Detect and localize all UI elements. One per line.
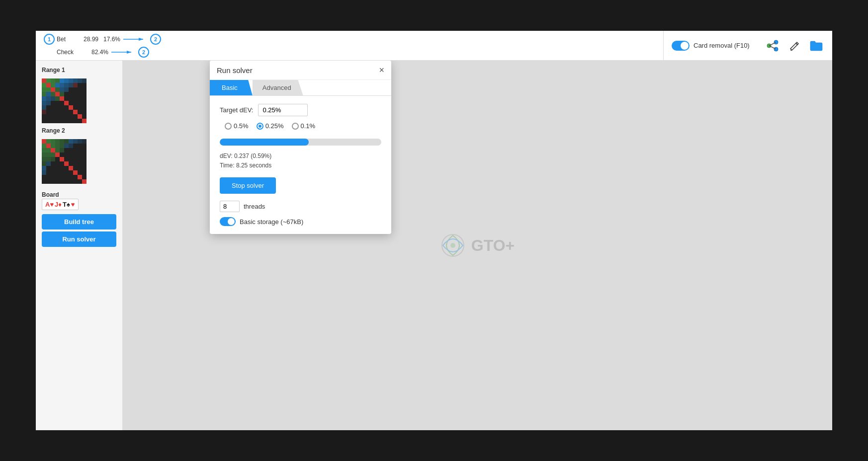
svg-rect-45 <box>60 92 64 96</box>
svg-rect-122 <box>82 144 87 148</box>
svg-rect-44 <box>55 92 60 96</box>
svg-rect-31 <box>42 87 46 92</box>
svg-rect-154 <box>51 166 55 170</box>
svg-rect-13 <box>51 78 55 83</box>
svg-rect-119 <box>69 144 73 148</box>
svg-rect-93 <box>46 119 51 123</box>
svg-rect-38 <box>73 87 78 92</box>
svg-rect-21 <box>42 83 46 87</box>
svg-rect-88 <box>64 114 69 119</box>
svg-rect-58 <box>73 96 78 101</box>
card-removal-toggle[interactable]: Card removal (F10) <box>672 41 750 51</box>
svg-rect-17 <box>69 78 73 83</box>
svg-rect-65 <box>60 101 64 105</box>
svg-rect-25 <box>60 83 64 87</box>
stop-solver-button[interactable]: Stop solver <box>220 177 276 194</box>
radio-0.25[interactable]: 0.25% <box>257 122 284 130</box>
svg-rect-148 <box>51 161 55 166</box>
target-dev-input[interactable] <box>258 104 308 116</box>
svg-rect-164 <box>78 175 82 179</box>
svg-rect-112 <box>82 139 87 144</box>
svg-rect-42 <box>46 92 51 96</box>
flow-node-2b[interactable]: 2 <box>138 47 149 58</box>
svg-rect-36 <box>64 87 69 92</box>
board-section: Board A♥ J♦ T♠ ♥ Build tree Run solver <box>42 190 116 249</box>
svg-rect-82 <box>73 110 78 114</box>
svg-rect-68 <box>42 105 46 110</box>
svg-rect-110 <box>73 139 78 144</box>
build-tree-button[interactable]: Build tree <box>42 214 116 230</box>
svg-rect-158 <box>69 166 73 170</box>
board-card-1: A♥ <box>45 201 54 208</box>
svg-rect-139 <box>69 153 73 157</box>
threads-input[interactable] <box>220 201 240 212</box>
flow-node-1[interactable]: 1 <box>44 34 55 45</box>
svg-rect-143 <box>55 157 60 161</box>
threads-row: threads <box>220 201 381 212</box>
check-label: Check <box>57 49 82 56</box>
svg-rect-151 <box>64 161 69 166</box>
svg-rect-132 <box>82 148 87 153</box>
svg-rect-87 <box>60 114 64 119</box>
board-cards-display: A♥ J♦ T♠ ♥ <box>42 199 79 210</box>
svg-rect-28 <box>73 83 78 87</box>
svg-rect-75 <box>42 110 46 114</box>
flow-diagram: 1 Bet 28.99 17.6% 2 Check 82.4% <box>44 34 161 58</box>
svg-rect-144 <box>60 157 64 161</box>
radio-0.1[interactable]: 0.1% <box>292 122 316 130</box>
storage-label: Basic storage (~67kB) <box>240 218 303 226</box>
svg-rect-59 <box>78 96 82 101</box>
svg-rect-60 <box>82 96 87 101</box>
svg-rect-56 <box>64 96 69 101</box>
range1-grid[interactable] <box>42 78 87 123</box>
svg-rect-138 <box>64 153 69 157</box>
svg-rect-111 <box>78 139 82 144</box>
svg-rect-157 <box>64 166 69 170</box>
svg-rect-123 <box>42 148 46 153</box>
modal-close-button[interactable]: × <box>379 66 384 75</box>
radio-0.5[interactable]: 0.5% <box>225 122 249 130</box>
svg-rect-152 <box>42 166 46 170</box>
svg-rect-133 <box>42 153 46 157</box>
tab-basic[interactable]: Basic <box>210 80 253 95</box>
svg-rect-80 <box>64 110 69 114</box>
svg-rect-79 <box>60 110 64 114</box>
svg-rect-73 <box>64 105 69 110</box>
radio-circle-0.25 <box>257 123 263 130</box>
tab-advanced[interactable]: Advanced <box>253 80 303 95</box>
svg-rect-72 <box>60 105 64 110</box>
radio-label-0.1: 0.1% <box>301 122 316 130</box>
flow-node-2a[interactable]: 2 <box>150 34 161 45</box>
edit-icon[interactable] <box>786 38 802 54</box>
svg-rect-89 <box>69 114 73 119</box>
svg-rect-147 <box>46 161 51 166</box>
dev-stat: dEV: 0.237 (0.59%) <box>220 152 381 161</box>
svg-rect-103 <box>42 139 46 144</box>
range2-grid[interactable] <box>42 139 87 184</box>
svg-rect-53 <box>51 96 55 101</box>
svg-rect-106 <box>55 139 60 144</box>
radio-label-0.5: 0.5% <box>234 122 249 130</box>
svg-rect-33 <box>51 87 55 92</box>
network-icon[interactable] <box>765 38 781 54</box>
svg-rect-160 <box>46 170 51 175</box>
svg-rect-29 <box>78 83 82 87</box>
folder-icon[interactable] <box>808 38 824 54</box>
time-stat: Time: 8.25 seconds <box>220 161 381 170</box>
board-label: Board <box>42 191 59 198</box>
svg-rect-131 <box>78 148 82 153</box>
svg-rect-14 <box>55 78 60 83</box>
run-solver-button[interactable]: Run solver <box>42 231 116 247</box>
svg-rect-51 <box>42 96 46 101</box>
svg-rect-50 <box>82 92 87 96</box>
svg-rect-24 <box>55 83 60 87</box>
basic-storage-toggle[interactable] <box>220 217 236 226</box>
top-bar: 1 Bet 28.99 17.6% 2 Check 82.4% <box>36 31 832 61</box>
card-removal-switch[interactable] <box>672 41 690 51</box>
svg-rect-130 <box>73 148 78 153</box>
progress-bar-fill <box>220 139 309 146</box>
svg-rect-145 <box>64 157 69 161</box>
bet-pct: 17.6% <box>103 36 121 43</box>
content-area: Range 1 <box>36 61 832 430</box>
left-sidebar: Range 1 <box>36 61 123 430</box>
